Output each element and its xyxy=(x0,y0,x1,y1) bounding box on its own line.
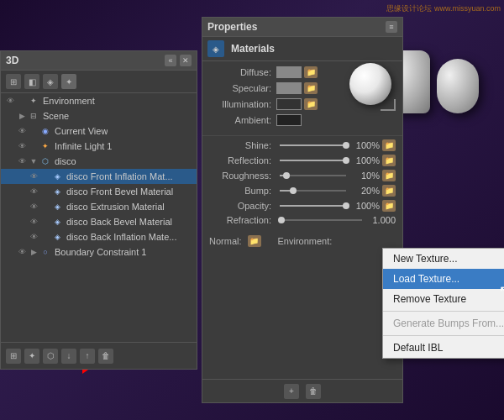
expand-infinite-light[interactable] xyxy=(29,141,38,151)
shine-thumb[interactable] xyxy=(343,142,349,149)
illumination-folder[interactable]: 📁 xyxy=(304,98,318,110)
reflection-folder[interactable]: 📁 xyxy=(382,155,396,166)
normal-environment-row: Normal: 📁 Environment: xyxy=(202,232,402,250)
expand-current-view[interactable] xyxy=(29,126,38,136)
expand-disco-front-bevel[interactable] xyxy=(41,186,50,197)
bump-folder[interactable]: 📁 xyxy=(382,185,396,197)
sliders-section: Shine: 100% 📁 Reflection: 100% 📁 Roughne… xyxy=(202,136,402,232)
toolbar-scene-icon[interactable]: ⊞ xyxy=(6,74,21,89)
tab-materials-icon[interactable]: ◈ xyxy=(207,40,224,57)
refraction-row: Refraction: 1.000 xyxy=(209,215,396,225)
toolbar-light-icon[interactable]: ✦ xyxy=(61,74,76,89)
diffuse-folder[interactable]: 📁 xyxy=(304,66,318,78)
opacity-folder[interactable]: 📁 xyxy=(382,200,396,212)
expand-environment[interactable] xyxy=(18,96,26,106)
expand-disco-back-inflation[interactable] xyxy=(41,232,50,242)
ctx-remove-texture[interactable]: Remove Texture xyxy=(383,289,504,309)
bottom-light-icon[interactable]: ✦ xyxy=(24,349,39,364)
tree-item-disco-extrusion[interactable]: 👁 ◈ disco Extrusion Material xyxy=(1,199,197,214)
bottom-scene-icon[interactable]: ⊞ xyxy=(6,349,21,364)
eye-infinite-light[interactable]: 👁 xyxy=(16,141,28,151)
refraction-thumb[interactable] xyxy=(278,217,285,223)
opacity-thumb[interactable] xyxy=(343,202,349,209)
opacity-row: Opacity: 100% 📁 xyxy=(209,200,396,212)
properties-bottom-bar: + 🗑 xyxy=(202,379,402,402)
expand-disco-front-inflation[interactable] xyxy=(41,171,50,181)
diffuse-swatch[interactable] xyxy=(276,66,302,78)
bottom-add-icon[interactable]: ↓ xyxy=(61,349,76,364)
tab-materials-label: Materials xyxy=(231,43,275,55)
toolbar-mat-icon[interactable]: ◈ xyxy=(43,74,58,89)
bg-letter-2 xyxy=(437,59,479,113)
bottom-delete-icon[interactable]: 🗑 xyxy=(98,349,113,364)
panel-3d-collapse[interactable]: « xyxy=(165,55,176,66)
reflection-thumb[interactable] xyxy=(343,157,349,164)
refraction-track[interactable] xyxy=(280,219,362,221)
tree-item-scene[interactable]: 👁 ▶ ⊟ Scene xyxy=(1,108,197,123)
bump-track[interactable] xyxy=(280,190,346,192)
eye-boundary[interactable]: 👁 xyxy=(16,247,28,257)
props-bottom-add[interactable]: + xyxy=(284,384,299,399)
opacity-track[interactable] xyxy=(280,205,346,207)
label-infinite-light-1: Infinite Light 1 xyxy=(55,141,113,151)
normal-folder[interactable]: 📁 xyxy=(248,235,261,247)
properties-title: Properties xyxy=(207,21,257,33)
ctx-new-texture[interactable]: New Texture... xyxy=(383,249,504,269)
specular-folder[interactable]: 📁 xyxy=(304,82,318,94)
tree-item-disco-front-inflation[interactable]: 👁 ◈ disco Front Inflation Mat... xyxy=(1,169,197,184)
roughness-thumb[interactable] xyxy=(283,172,290,179)
toolbar-mesh-icon[interactable]: ◧ xyxy=(24,74,39,89)
preview-expand[interactable] xyxy=(381,99,396,111)
reflection-fill xyxy=(280,160,346,161)
ctx-load-texture[interactable]: Load Texture... xyxy=(383,269,504,289)
shine-fill xyxy=(280,144,346,146)
props-bottom-delete[interactable]: 🗑 xyxy=(306,384,321,399)
eye-disco-front-inflation[interactable]: 👁 xyxy=(28,171,39,181)
label-disco-back-bevel: disco Back Bevel Material xyxy=(66,217,172,227)
shine-row: Shine: 100% 📁 xyxy=(209,139,396,151)
expand-boundary[interactable]: ▶ xyxy=(29,247,38,257)
shine-folder[interactable]: 📁 xyxy=(382,139,396,151)
tree-item-boundary-constraint[interactable]: 👁 ▶ ○ Boundary Constraint 1 xyxy=(1,244,197,260)
ctx-default-ibl[interactable]: Default IBL xyxy=(383,338,504,358)
expand-disco-extrusion[interactable] xyxy=(41,202,50,212)
tree-item-disco-front-bevel[interactable]: 👁 ◈ disco Front Bevel Material xyxy=(1,184,197,199)
roughness-folder[interactable]: 📁 xyxy=(382,170,396,181)
eye-current-view[interactable]: 👁 xyxy=(16,126,28,136)
eye-disco-front-bevel[interactable]: 👁 xyxy=(28,186,39,197)
bump-thumb[interactable] xyxy=(290,187,297,194)
diffuse-label: Diffuse: xyxy=(209,67,276,77)
specular-swatch[interactable] xyxy=(276,82,302,94)
ambient-swatch[interactable] xyxy=(276,114,302,126)
eye-disco-back-bevel[interactable]: 👁 xyxy=(28,217,39,227)
expand-disco-back-bevel[interactable] xyxy=(41,217,50,227)
expand-disco[interactable]: ▼ xyxy=(29,156,38,166)
label-disco-extrusion: disco Extrusion Material xyxy=(66,202,165,212)
panel-3d: 3D « ✕ ⊞ ◧ ◈ ✦ 👁 ✦ Environment 👁 ▶ ⊟ Sce… xyxy=(0,50,197,370)
label-environment: Environment xyxy=(43,96,95,106)
icon-disco-extrusion: ◈ xyxy=(50,202,64,212)
reflection-track[interactable] xyxy=(280,160,346,161)
tree-item-disco-back-bevel[interactable]: 👁 ◈ disco Back Bevel Material xyxy=(1,214,197,229)
ambient-label: Ambient: xyxy=(209,115,276,125)
tree-item-infinite-light-1[interactable]: 👁 ✦ Infinite Light 1 xyxy=(1,139,197,154)
eye-disco-extrusion[interactable]: 👁 xyxy=(28,202,39,212)
bottom-move-icon[interactable]: ↑ xyxy=(80,349,95,364)
icon-current-view: ◉ xyxy=(39,126,52,136)
tree-item-disco[interactable]: 👁 ▼ ⬡ disco xyxy=(1,154,197,169)
roughness-track[interactable] xyxy=(280,175,346,176)
properties-menu[interactable]: ≡ xyxy=(386,21,397,33)
eye-environment[interactable]: 👁 xyxy=(4,96,16,106)
tree-item-current-view[interactable]: 👁 ◉ Current View xyxy=(1,123,197,139)
panel-3d-close[interactable]: ✕ xyxy=(180,55,192,66)
expand-scene[interactable]: ▶ xyxy=(18,111,26,121)
eye-disco-back-inflation[interactable]: 👁 xyxy=(28,232,39,242)
bottom-mesh-icon[interactable]: ⬡ xyxy=(43,349,58,364)
tree-item-environment[interactable]: 👁 ✦ Environment xyxy=(1,93,197,108)
bump-label: Bump: xyxy=(209,186,276,196)
shine-track[interactable] xyxy=(280,144,346,146)
material-preview xyxy=(349,63,396,109)
illumination-swatch[interactable] xyxy=(276,98,302,110)
tree-item-disco-back-inflation[interactable]: 👁 ◈ disco Back Inflation Mate... xyxy=(1,229,197,244)
eye-disco[interactable]: 👁 xyxy=(16,156,28,166)
